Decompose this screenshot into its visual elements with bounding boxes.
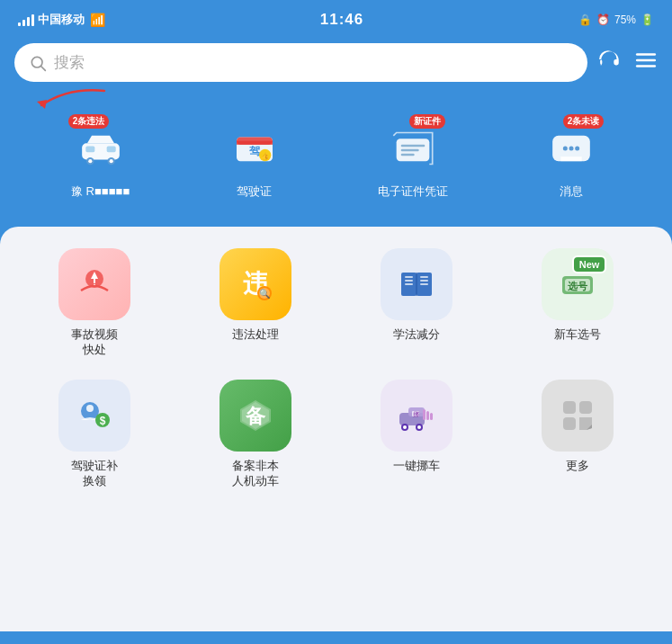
more-label: 更多 (566, 459, 589, 474)
battery-icon: 🔋 (641, 13, 654, 26)
search-icon (29, 54, 47, 72)
vehicle-label: 豫 R■■■■■ (71, 184, 130, 200)
main-card: 事故视频快处 违 🔍 违法处理 (0, 227, 672, 631)
accident-icon-wrap (58, 248, 130, 320)
svg-rect-41 (405, 283, 413, 285)
study-icon (396, 264, 437, 305)
svg-rect-44 (420, 283, 428, 285)
quick-item-message[interactable]: 2条未读 消息 (541, 118, 602, 200)
arrow-annotation (14, 85, 658, 112)
vehicle-icon-wrap: 2条违法 (70, 118, 131, 179)
headset-icon[interactable] (598, 49, 622, 77)
battery-label: 75% (614, 13, 636, 26)
violation-icon-wrap: 违 🔍 (220, 248, 291, 320)
svg-point-50 (86, 405, 94, 412)
new-badge: New (572, 255, 607, 273)
app-item-more[interactable]: 更多 (502, 380, 654, 489)
quick-item-vehicle[interactable]: 2条违法 豫 R■■■■■ (70, 118, 131, 200)
license-renewal-label: 驾驶证补换领 (71, 459, 118, 489)
new-car-label: 新车选号 (554, 327, 601, 343)
driver-license-label: 驾驶证 (237, 184, 272, 200)
svg-rect-15 (237, 141, 273, 145)
header-icons (598, 49, 658, 77)
svg-rect-22 (401, 154, 415, 157)
app-item-study[interactable]: 学法减分 (341, 248, 493, 358)
message-icon-wrap: 2条未读 (541, 118, 602, 179)
record-icon: 备 (235, 395, 276, 436)
app-item-record[interactable]: 备 备案非本人机动车 (179, 380, 331, 489)
header: 搜索 2条违法 (0, 36, 672, 227)
svg-text:选号: 选号 (568, 281, 588, 291)
alarm-icon: ⏰ (596, 13, 610, 26)
record-icon-wrap: 备 (220, 380, 291, 452)
arrow-icon (14, 85, 122, 111)
svg-rect-67 (563, 401, 576, 414)
svg-rect-39 (405, 276, 413, 278)
svg-point-26 (576, 147, 580, 151)
svg-text:🔍: 🔍 (259, 288, 271, 300)
signal-icon (18, 13, 34, 26)
accident-icon (74, 264, 115, 305)
car-icon (78, 126, 123, 171)
status-right: 🔒 ⏰ 75% 🔋 (578, 13, 654, 26)
quick-access-row: 2条违法 豫 R■■■■■ (14, 112, 658, 214)
e-cert-label: 电子证件凭证 (378, 184, 448, 200)
tow-icon-wrap: 挪 (381, 380, 452, 452)
more-icon (557, 395, 598, 436)
record-label: 备案非本人机动车 (232, 459, 279, 489)
svg-point-25 (569, 147, 574, 151)
message-badge: 2条未读 (563, 114, 605, 129)
search-placeholder: 搜索 (54, 52, 85, 73)
svg-rect-64 (430, 413, 433, 420)
clock: 11:46 (320, 11, 363, 29)
lock-icon: 🔒 (578, 13, 592, 26)
status-left: 中国移动 📶 (18, 12, 105, 28)
svg-text:挪: 挪 (413, 411, 419, 417)
svg-rect-62 (423, 409, 426, 420)
accident-label: 事故视频快处 (71, 327, 118, 358)
wifi-icon: 📶 (90, 13, 105, 27)
license-icon: $ (74, 395, 115, 436)
violation-icon: 违 🔍 (235, 264, 276, 305)
carrier-label: 中国移动 (38, 12, 85, 28)
svg-text:👍: 👍 (261, 152, 270, 160)
message-icon (549, 126, 594, 171)
quick-item-driver-license[interactable]: 驾 👍 驾驶证 (224, 118, 285, 200)
e-cert-icon-wrap: 新证件 (382, 118, 444, 179)
message-label: 消息 (560, 184, 583, 200)
driver-license-icon-wrap: 驾 👍 (224, 118, 285, 179)
app-item-tow[interactable]: 挪 一键挪车 (341, 380, 493, 489)
svg-marker-5 (37, 100, 47, 109)
svg-text:驾: 驾 (248, 146, 260, 157)
app-item-violation[interactable]: 违 🔍 违法处理 (179, 248, 331, 358)
svg-point-24 (563, 147, 568, 151)
quick-item-e-certificate[interactable]: 新证件 电子证件凭证 (378, 118, 448, 200)
app-item-license-renewal[interactable]: $ 驾驶证补换领 (18, 380, 170, 489)
search-bar[interactable]: 搜索 (14, 43, 587, 82)
svg-point-61 (417, 425, 421, 429)
svg-rect-12 (106, 147, 115, 153)
svg-line-1 (41, 66, 46, 70)
driver-license-icon: 驾 👍 (232, 126, 277, 171)
svg-rect-40 (405, 280, 413, 282)
study-icon-wrap (381, 248, 452, 320)
svg-point-9 (88, 159, 92, 163)
menu-icon[interactable] (634, 49, 658, 77)
svg-rect-20 (401, 145, 426, 148)
violation-label: 违法处理 (232, 327, 279, 343)
tow-label: 一键挪车 (393, 459, 440, 474)
vehicle-badge: 2条违法 (68, 114, 110, 129)
svg-rect-11 (85, 147, 94, 153)
svg-text:备: 备 (245, 405, 266, 427)
tow-icon: 挪 (396, 395, 437, 436)
svg-rect-43 (420, 280, 428, 282)
app-grid: 事故视频快处 违 🔍 违法处理 (18, 248, 654, 489)
svg-point-59 (403, 425, 407, 429)
svg-rect-68 (579, 401, 592, 414)
app-item-accident[interactable]: 事故视频快处 (18, 248, 170, 358)
svg-rect-63 (426, 411, 429, 420)
app-item-new-car[interactable]: New 选号 新车选号 (502, 248, 654, 358)
license-icon-wrap: $ (58, 380, 130, 452)
svg-rect-69 (563, 417, 576, 430)
more-icon-wrap (542, 380, 614, 452)
